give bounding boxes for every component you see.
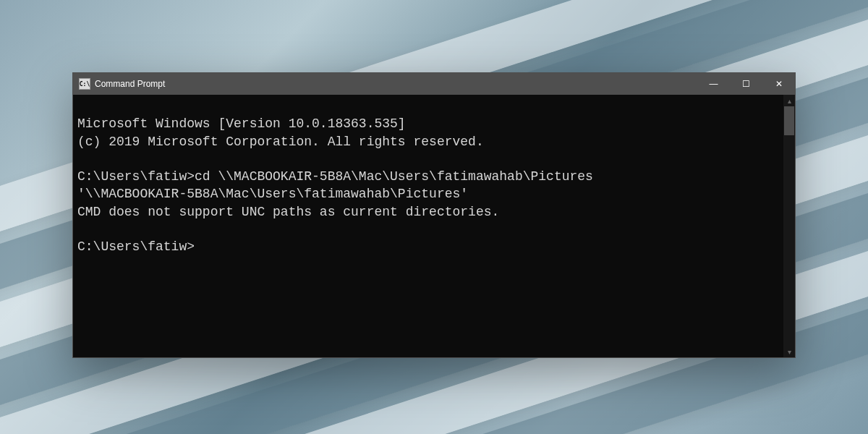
minimize-button[interactable]: —: [697, 73, 730, 95]
maximize-button[interactable]: ☐: [730, 73, 762, 95]
terminal-line: Microsoft Windows [Version 10.0.18363.53…: [77, 116, 406, 131]
terminal-line: CMD does not support UNC paths as curren…: [77, 205, 499, 219]
window-title: Command Prompt: [95, 79, 165, 89]
titlebar[interactable]: C:\ Command Prompt — ☐ ✕: [73, 73, 795, 95]
scroll-down-icon[interactable]: ▾: [783, 346, 795, 357]
cmd-icon: C:\: [79, 78, 90, 90]
scroll-thumb[interactable]: [784, 106, 794, 135]
command-prompt-window: C:\ Command Prompt — ☐ ✕ Microsoft Windo…: [72, 72, 796, 358]
terminal-line: '\\MACBOOKAIR-5B8A\Mac\Users\fatimawahab…: [77, 187, 468, 201]
close-button[interactable]: ✕: [762, 73, 795, 95]
terminal-body: Microsoft Windows [Version 10.0.18363.53…: [73, 95, 795, 357]
terminal-line: (c) 2019 Microsoft Corporation. All righ…: [77, 135, 484, 149]
terminal-prompt[interactable]: C:\Users\fatiw>: [77, 239, 195, 254]
scroll-up-icon[interactable]: ▴: [783, 95, 795, 106]
terminal-output[interactable]: Microsoft Windows [Version 10.0.18363.53…: [73, 95, 783, 357]
terminal-line: C:\Users\fatiw>cd \\MACBOOKAIR-5B8A\Mac\…: [77, 169, 593, 184]
scrollbar[interactable]: ▴ ▾: [783, 95, 795, 357]
